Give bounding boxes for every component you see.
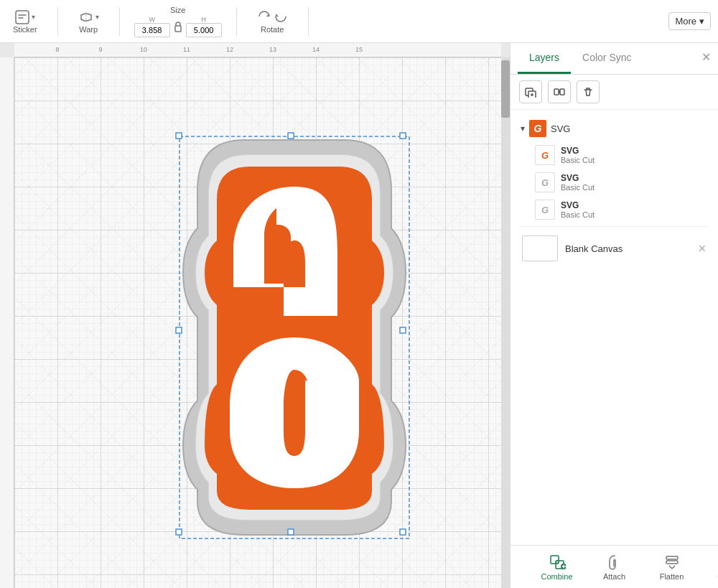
expand-icon[interactable]: ▾ [521,123,525,134]
canvas-wrapper [14,57,501,588]
layer-child-1[interactable]: G SVG Basic Cut [532,141,711,169]
panel-close-button[interactable]: ✕ [701,50,711,64]
blank-canvas-item[interactable]: Blank Canvas ✕ [519,233,709,264]
scrollbar-vertical[interactable] [501,57,510,588]
layer-child-2-thumb: G [535,172,555,192]
ruler-12: 12 [226,46,233,53]
ruler-left [0,57,14,588]
tab-color-sync[interactable]: Color Sync [571,43,643,74]
divider [519,226,709,227]
h-label: H [201,16,206,23]
rotate-label: Rotate [261,25,284,34]
warp-label: Warp [79,25,98,34]
layer-child-2-info: SVG Basic Cut [561,173,595,192]
add-layer-icon [525,86,536,98]
layers-list: ▾ G SVG G SVG Basic Cut [510,110,718,545]
svg-rect-12 [288,529,294,535]
sticker-label: Sticker [13,25,37,34]
layer-parent-svg[interactable]: ▾ G SVG [518,116,711,141]
blank-canvas-close[interactable]: ✕ [698,243,707,254]
layer-group-button[interactable] [548,80,571,103]
layer-child-2-name: SVG [561,173,595,183]
contour-tool[interactable]: Cont... [712,551,719,584]
design-element[interactable] [172,129,416,546]
layer-add-button[interactable] [519,80,542,103]
main-area: 8 9 10 11 12 13 14 15 [0,43,718,588]
flatten-label: Flatten [660,572,684,581]
layer-parent-label: SVG [551,123,570,134]
warp-tool[interactable]: ▾ Warp [73,6,105,37]
panel-bottom-toolbar: Slice Combine Attach [510,545,718,588]
layer-child-3-info: SVG Basic Cut [561,200,595,219]
svg-rect-6 [176,133,182,139]
right-panel: Layers Color Sync ✕ [510,43,718,588]
blank-canvas-thumb [522,235,558,261]
sticker-icon: ▾ [14,9,35,25]
sep3 [236,7,237,36]
layer-child-1-info: SVG Basic Cut [561,146,595,164]
rotate-icons [257,9,288,25]
ruler-top: 8 9 10 11 12 13 14 15 [14,43,501,57]
layer-child-3-thumb: G [535,200,555,220]
svg-rect-9 [176,327,182,333]
svg-rect-7 [288,133,294,139]
layer-child-3[interactable]: G SVG Basic Cut [532,196,711,223]
svg-rect-2 [175,26,181,32]
ruler-9: 9 [98,46,102,53]
ruler-10: 10 [140,46,147,53]
height-input-group: H [186,16,222,37]
layer-child-2-type: Basic Cut [561,183,595,192]
grid-canvas[interactable] [14,57,501,588]
layer-child-3-name: SVG [561,200,595,210]
svg-rect-8 [400,133,406,139]
delete-layer-icon [582,86,594,98]
ruler-8: 8 [55,46,59,53]
svg-rect-31 [666,556,678,559]
svg-rect-10 [400,327,406,333]
layer-child-2[interactable]: G SVG Basic Cut [532,169,711,196]
layer-child-3-type: Basic Cut [561,210,595,219]
layer-parent-thumb: G [529,120,546,137]
flatten-tool[interactable]: Flatten [654,551,690,584]
tab-layers[interactable]: Layers [518,43,571,74]
group-layer-icon [554,86,565,98]
attach-tool[interactable]: Attach [597,551,633,584]
width-input-group: W [134,16,170,37]
layer-children: G SVG Basic Cut G SVG Basic Cut [518,141,711,223]
svg-rect-11 [176,529,182,535]
blank-canvas-label: Blank Canvas [565,243,623,254]
ruler-11: 11 [183,46,190,53]
combine-tool[interactable]: Combine [539,551,575,584]
svg-rect-0 [16,11,29,24]
sep2 [119,7,120,36]
panel-tabs: Layers Color Sync ✕ [510,43,718,75]
rotate-tool[interactable]: Rotate [251,6,294,37]
combine-icon [549,554,566,571]
sep4 [308,7,309,36]
ruler-14: 14 [312,46,320,53]
sticker-tool[interactable]: ▾ Sticker [7,6,43,37]
layer-delete-button[interactable] [577,80,600,103]
layer-child-1-type: Basic Cut [561,156,595,164]
flatten-icon [663,554,681,571]
attach-label: Attach [603,572,625,581]
attach-icon [606,554,623,571]
w-label: W [149,16,155,23]
sep1 [57,7,58,36]
ruler-13: 13 [269,46,276,53]
height-input[interactable] [186,23,222,37]
width-input[interactable] [134,23,170,37]
more-button[interactable]: More ▾ [668,12,711,30]
top-toolbar: ▾ Sticker ▾ Warp Size W [0,0,718,43]
lock-icon[interactable] [173,20,183,33]
layer-child-1-thumb: G [535,145,555,165]
svg-rect-18 [554,89,559,95]
svg-rect-32 [666,561,678,564]
size-label: Size [134,6,222,14]
svg-marker-4 [276,14,279,17]
canvas-area[interactable]: 8 9 10 11 12 13 14 15 [0,43,510,588]
svg-rect-19 [560,89,564,95]
size-group: Size W H [134,6,222,37]
layer-child-1-name: SVG [561,146,595,156]
scrollbar-thumb[interactable] [501,60,510,118]
